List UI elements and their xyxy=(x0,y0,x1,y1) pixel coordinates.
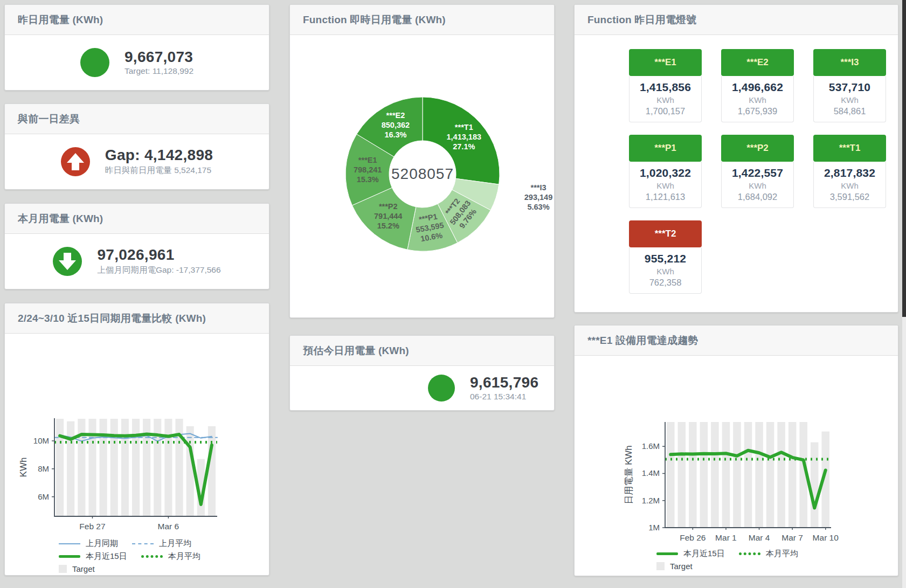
lamp-tile-label: ***P1 xyxy=(629,135,702,162)
arrow-up-circle-icon xyxy=(61,147,90,176)
lamp-tile-body: 955,212KWh762,358 xyxy=(629,247,702,294)
donut-slice-label: ***I3293,1495.63% xyxy=(524,183,552,211)
panel-header[interactable]: 昨日用電量 (KWh) xyxy=(5,5,269,35)
lamp-tile: ***T2955,212KWh762,358 xyxy=(629,220,702,294)
x-tick-label: Mar 4 xyxy=(749,533,770,542)
stat-value: 9,667,073 xyxy=(125,49,193,65)
lamp-tile-value: 537,710 xyxy=(815,81,884,94)
panel-title: 預估今日用電量 (KWh) xyxy=(303,344,409,358)
target-bar xyxy=(164,419,172,516)
legend-label: 本月近15日 xyxy=(683,549,725,559)
legend-label: 本月平均 xyxy=(766,549,798,559)
x-tick-label: Mar 6 xyxy=(158,522,179,531)
lamp-tile: ***P11,020,322KWh1,121,613 xyxy=(629,135,702,208)
target-bar xyxy=(811,442,819,528)
arrow-down-circle-icon xyxy=(53,247,82,276)
legend-row: Target xyxy=(656,562,898,571)
lamp-tile-unit: KWh xyxy=(631,267,700,276)
y-axis-label: KWh xyxy=(18,458,29,478)
panel-function-realtime-donut: Function 即時日用電量 (KWh) ***T11,413,18327.1… xyxy=(289,4,555,318)
panel-title: 昨日用電量 (KWh) xyxy=(18,13,103,27)
legend-row: 本月近15日本月平均 xyxy=(656,549,898,559)
lamp-tile-body: 1,020,322KWh1,121,613 xyxy=(629,162,702,208)
lamp-tile-unit: KWh xyxy=(631,95,700,105)
lamp-tile-body: 1,415,856KWh1,700,157 xyxy=(629,76,702,122)
target-bar xyxy=(777,422,785,528)
target-bar xyxy=(678,422,686,528)
lamp-tile-label: ***I3 xyxy=(813,49,886,76)
panel-header[interactable]: 預估今日用電量 (KWh) xyxy=(290,336,554,366)
legend-label: Target xyxy=(72,564,95,573)
target-bar xyxy=(67,421,74,516)
lamp-tile-label: ***E2 xyxy=(721,49,794,76)
lamp-tile-label: ***E1 xyxy=(629,49,702,76)
lamp-tile-label: ***T2 xyxy=(629,220,702,247)
panel-header[interactable]: 與前一日差異 xyxy=(5,104,269,134)
lamp-tile-body: 2,817,832KWh3,591,562 xyxy=(813,162,886,208)
legend-swatch-target xyxy=(656,562,665,570)
y-tick-label: 1M xyxy=(648,523,660,532)
lamp-tile-label: ***T1 xyxy=(813,135,886,162)
donut-center-total: 5208057 xyxy=(391,165,454,182)
panel-function-lamps: Function 昨日用電燈號 ***E11,415,856KWh1,700,1… xyxy=(574,4,898,313)
lamp-tile: ***E11,415,856KWh1,700,157 xyxy=(629,49,702,122)
stat-value: Gap: 4,142,898 xyxy=(105,147,213,163)
dashboard: 昨日用電量 (KWh) 9,667,073 Target: 11,128,992… xyxy=(0,0,906,588)
legend-item[interactable]: Target xyxy=(59,564,95,573)
y-tick-label: 1.2M xyxy=(642,496,660,505)
legend-row: 上月同期上月平均 xyxy=(59,538,269,549)
legend-item[interactable]: 本月平均 xyxy=(141,551,200,562)
panel-title: 2/24~3/10 近15日同期用電量比較 (KWh) xyxy=(18,312,206,326)
lamp-tile-target: 584,861 xyxy=(815,106,884,116)
lamp-tile-body: 1,422,557KWh1,684,092 xyxy=(721,162,794,208)
y-tick-label: 1.4M xyxy=(642,468,660,478)
target-bar xyxy=(121,419,129,516)
target-bar xyxy=(667,422,675,528)
x-tick-label: Mar 1 xyxy=(715,533,737,542)
lamp-tile-value: 2,817,832 xyxy=(815,167,884,179)
legend-item[interactable]: 本月近15日 xyxy=(59,551,127,562)
legend-item[interactable]: 上月平均 xyxy=(132,538,191,549)
lamp-tile-target: 1,684,092 xyxy=(723,192,792,202)
y-tick-label: 10M xyxy=(33,436,49,445)
arrow-down-icon xyxy=(53,247,82,276)
panel-header[interactable]: ***E1 設備用電達成趨勢 xyxy=(575,326,898,356)
lamp-tile-target: 762,358 xyxy=(631,278,700,288)
panel-header[interactable]: Function 即時日用電量 (KWh) xyxy=(290,5,554,35)
panel-header[interactable]: 本月用電量 (KWh) xyxy=(5,204,269,234)
x-tick-label: Mar 10 xyxy=(813,533,839,542)
stat-sub: 上個月同期用電Gap: -17,377,566 xyxy=(97,265,220,276)
lamp-tile-value: 955,212 xyxy=(631,252,700,265)
y-tick-label: 8M xyxy=(38,464,49,473)
panel-title: 本月用電量 (KWh) xyxy=(18,212,103,226)
lamp-tile-value: 1,415,856 xyxy=(631,81,700,94)
lamp-tile: ***E21,496,662KWh1,675,939 xyxy=(721,49,794,122)
lamp-tile: ***P21,422,557KWh1,684,092 xyxy=(721,135,794,208)
y-axis-label: 日用電量 KWh xyxy=(624,445,634,504)
legend-item[interactable]: 上月同期 xyxy=(59,538,118,549)
legend-item[interactable]: 本月近15日 xyxy=(656,549,725,559)
legend-row: Target xyxy=(59,564,269,573)
legend-swatch xyxy=(59,555,80,558)
page-scrollbar[interactable] xyxy=(902,0,906,588)
lamp-tile-target: 1,121,613 xyxy=(631,192,700,202)
panel-header[interactable]: 2/24~3/10 近15日同期用電量比較 (KWh) xyxy=(5,303,269,334)
status-circle-icon xyxy=(80,48,109,77)
lamp-tile-target: 1,675,939 xyxy=(723,106,792,116)
legend-item[interactable]: Target xyxy=(656,562,693,571)
lamp-tile-grid: ***E11,415,856KWh1,700,157***E21,496,662… xyxy=(575,35,898,312)
e1-trend-line-chart: 1M1.2M1.4M1.6MFeb 26Mar 1Mar 4Mar 7Mar 1… xyxy=(575,356,899,548)
target-bar xyxy=(766,422,774,528)
panel-e1-trend: ***E1 設備用電達成趨勢 1M1.2M1.4M1.6MFeb 26Mar 1… xyxy=(574,325,898,576)
stat-sub: 06-21 15:34:41 xyxy=(470,392,538,402)
legend-label: 本月平均 xyxy=(168,551,200,562)
lamp-tile-unit: KWh xyxy=(815,181,884,190)
legend-item[interactable]: 本月平均 xyxy=(739,549,798,559)
legend-label: 上月平均 xyxy=(159,538,191,549)
panel-header[interactable]: Function 昨日用電燈號 xyxy=(575,5,898,35)
legend-label: Target xyxy=(670,562,693,571)
legend-swatch xyxy=(141,555,163,558)
lamp-tile-value: 1,422,557 xyxy=(723,167,792,179)
scrollbar-thumb[interactable] xyxy=(902,0,906,317)
target-bar xyxy=(755,422,763,528)
